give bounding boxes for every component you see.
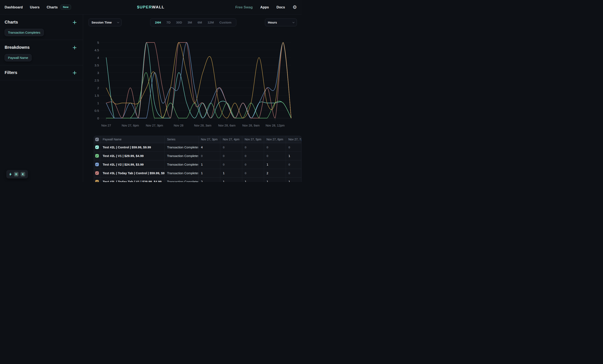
svg-text:Nov 28: Nov 28 <box>174 124 183 127</box>
value-cell: 0 <box>220 151 242 160</box>
superwall-logo[interactable]: $UPERWALL <box>137 5 164 10</box>
value-cell: 0 <box>242 169 264 177</box>
chevron-down-icon <box>292 21 295 23</box>
range-12m[interactable]: 12M <box>205 21 217 24</box>
nav-link-docs[interactable]: Docs <box>277 5 285 9</box>
col-header-series: Series <box>164 136 198 143</box>
range-30d[interactable]: 30D <box>173 21 185 24</box>
svg-text:2.5: 2.5 <box>94 79 99 82</box>
time-range-group: 24H 7D 30D 3M 6M 12M Custom <box>150 18 236 26</box>
app-body: Charts + Transaction Completes Breakdown… <box>0 14 302 182</box>
value-cell: 0 <box>242 160 264 169</box>
chip-paywall-name[interactable]: Paywall Name <box>5 54 32 61</box>
svg-text:Nov 27, 6pm: Nov 27, 6pm <box>122 124 139 127</box>
col-header-5pm: Nov 27, 5pm <box>242 136 264 143</box>
nav-link-free-swag[interactable]: Free Swag <box>235 5 253 9</box>
lightning-bolt-icon <box>9 172 12 176</box>
series-cell: Transaction Completes <box>164 169 198 177</box>
sidebar: Charts + Transaction Completes Breakdown… <box>0 14 83 182</box>
nav-link-apps[interactable]: Apps <box>260 5 269 9</box>
svg-text:Nov 28, 9am: Nov 28, 9am <box>243 124 260 127</box>
command-palette-shortcut[interactable]: ⌘ K <box>6 170 28 178</box>
paywall-name-cell: Test #3L | Today Tab | Control | $59.99,… <box>100 169 164 177</box>
paywall-name-cell: Test #2L | Control | $59.99, $9.99 <box>100 143 164 151</box>
svg-text:2: 2 <box>97 86 99 90</box>
k-key: K <box>21 172 25 177</box>
paywall-name-cell: Test #2L | V2 | $24.99, $3.99 <box>100 160 164 169</box>
table-row: Test #2L | V2 | $24.99, $3.99 Transactio… <box>94 160 302 169</box>
nav-item-charts[interactable]: Charts <box>47 5 58 9</box>
chart-canvas: 00.511.522.533.544.55Nov 27Nov 27, 6pmNo… <box>83 40 302 132</box>
row-checkbox[interactable] <box>95 154 99 158</box>
add-filter-button[interactable]: + <box>71 69 78 76</box>
sessions-line-chart: 00.511.522.533.544.55Nov 27Nov 27, 6pmNo… <box>83 40 302 132</box>
nav-left-group: Dashboard Users Charts New <box>5 5 71 10</box>
value-cell: 1 <box>198 160 220 169</box>
svg-text:5: 5 <box>97 41 99 44</box>
value-cell: 1 <box>286 151 302 160</box>
unit-select[interactable]: Hours <box>265 19 297 26</box>
filters-section-title: Filters <box>5 70 17 75</box>
series-cell: Transaction Completes <box>164 143 198 151</box>
range-7d[interactable]: 7D <box>164 21 174 24</box>
value-cell: 0 <box>286 169 302 177</box>
metric-select-value: Session Time <box>92 21 112 24</box>
table-row: Test #2L | V1 | $29.99, $4.99 Transactio… <box>94 151 302 160</box>
range-custom[interactable]: Custom <box>217 21 234 24</box>
row-checkbox[interactable] <box>95 171 99 175</box>
svg-text:Nov 27, 9pm: Nov 27, 9pm <box>146 124 163 127</box>
value-cell: 0 <box>198 151 220 160</box>
series-cell: Transaction Completes <box>164 177 198 182</box>
controls-row: Session Time 24H 7D 30D 3M 6M 12M Custom… <box>89 18 297 26</box>
col-header-6pm: Nov 27, 6pm <box>264 136 286 143</box>
value-cell: 0 <box>220 143 242 151</box>
svg-text:4.5: 4.5 <box>94 48 99 52</box>
svg-text:1: 1 <box>97 101 99 105</box>
row-checkbox[interactable] <box>95 163 99 166</box>
value-cell: 4 <box>198 143 220 151</box>
svg-text:Nov 28, 6am: Nov 28, 6am <box>218 124 235 127</box>
svg-text:3.5: 3.5 <box>94 63 99 67</box>
nav-item-users[interactable]: Users <box>30 5 40 9</box>
paywall-name-cell: Test #3L | Today Tab | V1 | $29.99, $4.9… <box>100 177 164 182</box>
gear-icon[interactable]: ⚙ <box>292 5 297 10</box>
add-breakdown-button[interactable]: + <box>71 44 78 51</box>
svg-text:1.5: 1.5 <box>94 94 99 97</box>
table-header-row: Paywall Name Series Nov 27, 3pm Nov 27, … <box>94 136 302 143</box>
svg-text:0.5: 0.5 <box>94 109 99 113</box>
value-cell: 1 <box>220 169 242 177</box>
charts-section-title: Charts <box>5 20 18 25</box>
select-all-checkbox[interactable] <box>95 138 99 141</box>
top-nav: Dashboard Users Charts New $UPERWALL Fre… <box>0 0 302 14</box>
col-header-3pm: Nov 27, 3pm <box>198 136 220 143</box>
table-row: Test #2L | Control | $59.99, $9.99 Trans… <box>94 143 302 151</box>
breakdown-table: Paywall Name Series Nov 27, 3pm Nov 27, … <box>94 136 302 182</box>
nav-item-dashboard[interactable]: Dashboard <box>5 5 23 9</box>
range-24h[interactable]: 24H <box>152 21 163 24</box>
value-cell: 0 <box>286 160 302 169</box>
value-cell: 2 <box>264 169 286 177</box>
col-header-4pm: Nov 27, 4pm <box>220 136 242 143</box>
row-checkbox[interactable] <box>95 146 99 149</box>
chip-transaction-completes[interactable]: Transaction Completes <box>5 29 44 36</box>
range-6m[interactable]: 6M <box>195 21 205 24</box>
add-chart-button[interactable]: + <box>71 19 78 25</box>
svg-text:0: 0 <box>97 116 99 120</box>
value-cell: 2 <box>198 177 220 182</box>
command-key: ⌘ <box>14 172 19 177</box>
metric-select[interactable]: Session Time <box>89 19 122 26</box>
svg-text:Nov 28, 3am: Nov 28, 3am <box>194 124 211 127</box>
value-cell: 0 <box>264 143 286 151</box>
main-content: Session Time 24H 7D 30D 3M 6M 12M Custom… <box>83 14 302 182</box>
chevron-down-icon <box>117 21 119 23</box>
sidebar-section-filters: Filters + <box>0 65 83 80</box>
value-cell: 0 <box>264 151 286 160</box>
unit-select-value: Hours <box>268 21 277 24</box>
sidebar-section-charts: Charts + Transaction Completes <box>0 14 83 40</box>
value-cell: 0 <box>242 151 264 160</box>
value-cell: 1 <box>264 160 286 169</box>
breakdowns-section-title: Breakdowns <box>5 45 30 50</box>
range-3m[interactable]: 3M <box>185 21 195 24</box>
row-checkbox[interactable] <box>95 180 99 182</box>
value-cell: 1 <box>220 177 242 182</box>
